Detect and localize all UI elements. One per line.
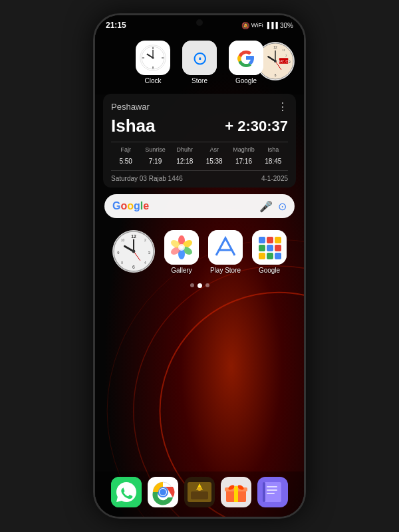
svg-point-80 [234,486,237,489]
svg-point-68 [160,489,166,495]
page-dot-3 [205,283,209,287]
fajr-time: 5:50 [111,158,140,165]
svg-rect-59 [275,245,281,251]
svg-text:6: 6 [132,265,135,269]
isha-header: Isha [259,146,288,153]
prayer-menu-icon[interactable]: ⋮ [277,100,288,113]
dhuhr-time: 12:18 [170,158,200,165]
files-icon [221,477,251,507]
app-clock[interactable]: Clock [136,41,170,84]
svg-text:2: 2 [144,239,146,242]
sunrise-header: Sunrise [140,146,170,153]
page-dot-2-active [198,283,202,288]
svg-rect-54 [259,237,265,243]
dock [95,471,304,517]
svg-rect-72 [191,491,208,499]
prayer-divider [111,142,288,142]
svg-rect-62 [275,253,281,259]
playstore-app-icon [208,230,243,265]
google-app-icon [229,41,263,75]
store-app-icon: ⊙ [182,41,217,75]
app-google-grid[interactable]: Google [252,230,287,274]
dock-notes[interactable] [257,477,288,507]
svg-rect-85 [267,489,277,491]
screen: 21:15 🔕 WiFi ▐▐▐ 30% 12 3 6 9 11 2 [95,15,304,517]
search-input[interactable] [154,200,254,213]
maghrib-header: Maghrib [229,146,258,153]
battery-icon: 30% [280,22,293,29]
clock-app-label: Clock [144,77,161,84]
status-time: 21:15 [106,21,126,30]
prayer-city: Peshawar [111,102,150,112]
whatsapp-icon [111,477,142,507]
app-google[interactable]: Google [229,41,263,84]
svg-text:8: 8 [121,261,123,265]
isha-time: 18:45 [259,158,288,165]
bottom-app-row: 12 3 6 9 2 10 8 4 [95,225,304,279]
svg-text:10: 10 [121,239,125,242]
wifi-icon: WiFi [251,22,263,29]
game-icon [184,477,215,507]
svg-rect-58 [267,245,273,251]
fajr-header: Fajr [111,146,140,153]
svg-rect-55 [267,237,273,243]
app-playstore[interactable]: Play Store [208,230,243,274]
current-prayer-name: Ishaa [111,116,156,136]
mute-icon: 🔕 [241,22,249,29]
prayer-times-header: Fajr Sunrise Dhuhr Asr Maghrib Isha [111,146,288,153]
svg-rect-83 [263,482,265,502]
prayer-footer: Saturday 03 Rajab 1446 4-1-2025 [111,170,288,182]
app-gallery[interactable]: Gallery [164,230,199,274]
gregorian-date: 4-1-2025 [261,175,288,182]
gallery-app-icon [164,230,199,265]
svg-rect-52 [208,230,243,265]
svg-rect-84 [267,486,277,487]
mic-icon[interactable]: 🎤 [259,200,273,213]
svg-text:⊙: ⊙ [192,48,207,68]
prayer-times-values: 5:50 7:19 12:18 15:38 17:16 18:45 [111,158,288,165]
dock-game[interactable] [184,477,215,507]
svg-text:9: 9 [117,251,119,255]
sunrise-time: 7:19 [140,158,170,165]
svg-text:3: 3 [148,251,150,255]
search-bar[interactable]: Google 🎤 ⊙ [104,194,295,218]
notes-icon [257,477,288,507]
dhuhr-header: Dhuhr [170,146,200,153]
app-store[interactable]: ⊙ Store [182,41,217,84]
prayer-countdown: + 2:30:37 [225,118,288,135]
asr-header: Asr [200,146,229,153]
svg-point-42 [132,250,136,253]
dock-chrome[interactable] [148,477,178,507]
svg-point-73 [198,487,201,491]
svg-rect-61 [267,253,273,259]
page-indicators [95,283,304,288]
clock-widget-large[interactable]: 12 3 6 9 2 10 8 4 [112,230,155,274]
google-grid-app-label: Google [259,267,280,274]
phone-frame: 21:15 🔕 WiFi ▐▐▐ 30% 12 3 6 9 11 2 [93,13,306,519]
svg-text:12: 12 [131,234,136,239]
google-grid-app-icon [252,230,287,265]
svg-point-51 [178,244,185,251]
signal-icon: ▐▐▐ [265,22,278,29]
prayer-current: Ishaa + 2:30:37 [111,116,288,136]
maghrib-time: 17:16 [229,158,258,165]
svg-text:4: 4 [144,261,146,265]
svg-rect-60 [259,253,265,259]
islamic-date: Saturday 03 Rajab 1446 [111,175,183,182]
svg-rect-77 [234,487,238,502]
dock-files[interactable] [221,477,251,507]
google-search-logo: Google [112,200,149,212]
prayer-widget: Peshawar ⋮ Ishaa + 2:30:37 Fajr Sunrise … [103,94,296,188]
asr-time: 15:38 [200,158,229,165]
lens-icon[interactable]: ⊙ [278,200,287,213]
svg-rect-56 [275,237,281,243]
dock-whatsapp[interactable] [111,477,142,507]
status-icons: 🔕 WiFi ▐▐▐ 30% [241,22,293,29]
svg-rect-57 [259,245,265,251]
camera-notch [196,19,203,26]
clock-app-icon [136,41,170,75]
gallery-app-label: Gallery [171,267,192,274]
svg-rect-82 [264,482,281,502]
playstore-app-label: Play Store [210,267,241,274]
store-app-label: Store [192,77,207,84]
